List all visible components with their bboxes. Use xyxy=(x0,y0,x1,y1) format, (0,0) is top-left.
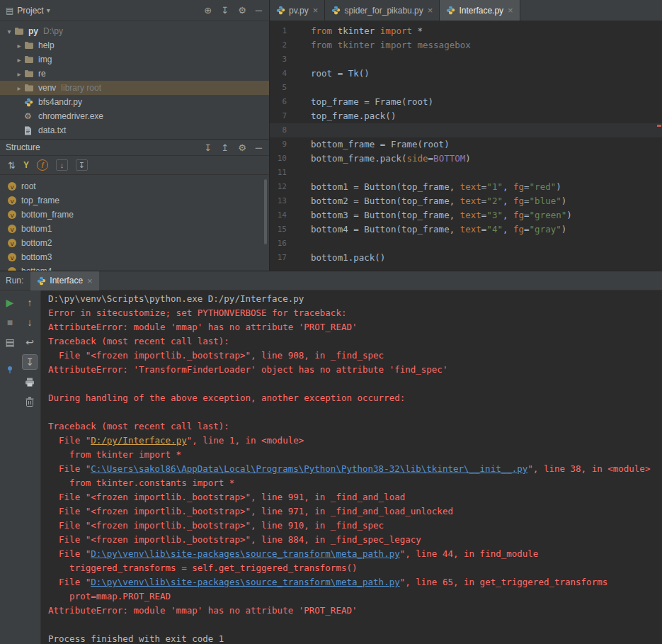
structure-item-label: bottom4 xyxy=(21,266,52,271)
console-text: ", line 1, in <module> xyxy=(187,435,304,446)
structure-item-root[interactable]: vroot xyxy=(0,179,269,193)
expand-all-icon[interactable]: ↥ xyxy=(221,142,229,153)
tree-item-bfs4andr.py[interactable]: bfs4andr.py xyxy=(0,95,269,109)
collapse-all-icon[interactable]: ↧ xyxy=(221,5,229,16)
run-tab-interface[interactable]: Interface × xyxy=(30,271,98,290)
python-file-icon xyxy=(276,6,285,15)
clear-all-button[interactable] xyxy=(22,394,38,409)
folder-icon xyxy=(14,27,24,35)
run-panel-header: Run: Interface × xyxy=(0,271,662,290)
editor-tab-pv.py[interactable]: pv.py× xyxy=(270,0,325,21)
editor-tab-Interface.py[interactable]: Interface.py× xyxy=(440,0,520,21)
console-line: File "D:\py\venv\lib\site-packages\sourc… xyxy=(48,575,662,589)
gear-icon[interactable]: ⚙ xyxy=(238,142,246,153)
code-segment: = xyxy=(524,181,530,192)
console-text: D:\py\venv\Scripts\python.exe D:/py/Inte… xyxy=(48,293,304,304)
console-line: from tkinter.constants import * xyxy=(48,476,662,490)
run-panel-body: ▶ ■ ▤ ↑ ↓ ↩ ↧ xyxy=(0,290,662,644)
structure-item-bottom4[interactable]: vbottom4 xyxy=(0,264,269,271)
tree-item-img[interactable]: ▸img xyxy=(0,52,269,67)
console-output[interactable]: D:\py\venv\Scripts\python.exe D:/py/Inte… xyxy=(41,290,662,644)
show-fields-toggle[interactable]: f xyxy=(37,159,48,171)
tree-item-icon xyxy=(24,69,37,78)
tree-item-chromedriver.exe[interactable]: ⚙chromedriver.exe xyxy=(0,109,269,123)
tree-item-py[interactable]: ▾pyD:\py xyxy=(0,24,269,38)
chevron-icon[interactable]: ▾ xyxy=(4,28,14,35)
chevron-icon[interactable]: ▸ xyxy=(14,84,24,92)
variable-icon: v xyxy=(7,210,17,220)
console-text: from tkinter.constants import * xyxy=(48,478,234,488)
close-tab-icon[interactable]: × xyxy=(428,5,433,16)
tree-item-label: help xyxy=(38,40,55,50)
tree-item-help[interactable]: ▸help xyxy=(0,38,269,52)
structure-item-top_frame[interactable]: vtop_frame xyxy=(0,193,269,208)
chevron-icon[interactable]: ▸ xyxy=(14,70,24,78)
chevron-icon[interactable]: ▸ xyxy=(14,56,24,64)
console-line: Process finished with exit code 1 xyxy=(48,632,662,644)
code-segment: "red" xyxy=(530,181,557,192)
console-line: During handling of the above exception, … xyxy=(48,391,662,405)
project-panel-header: ▤ Project ▾ ⊕ ↧ ⚙ ─ xyxy=(0,0,269,21)
gear-icon[interactable]: ⚙ xyxy=(238,5,246,16)
restore-layout-button[interactable]: ▤ xyxy=(2,334,18,350)
structure-item-bottom1[interactable]: vbottom1 xyxy=(0,222,269,236)
print-button[interactable] xyxy=(22,374,38,390)
variable-icon-wrap: v xyxy=(7,238,21,248)
console-text: File "<frozen importlib._bootstrap>", li… xyxy=(48,506,453,516)
tree-item-icon: ⚙ xyxy=(24,111,37,121)
rerun-button[interactable]: ▶ xyxy=(2,295,18,310)
code-segment: , xyxy=(503,181,513,192)
close-tab-icon[interactable]: × xyxy=(508,5,513,16)
editor-area: pv.py×spider_for_pikabu.py×Interface.py×… xyxy=(270,0,662,271)
show-inherited-icon[interactable]: ↧ xyxy=(76,159,88,171)
collapse-all-icon[interactable]: ↧ xyxy=(204,142,212,153)
console-line xyxy=(48,405,662,419)
console-file-link[interactable]: C:\Users\sakol86\AppData\Local\Programs\… xyxy=(91,463,527,474)
chevron-icon[interactable]: ▸ xyxy=(14,42,24,50)
code-segment: bottom4 = Button(top_frame, xyxy=(311,224,460,235)
locate-file-icon[interactable]: ⊕ xyxy=(204,5,212,16)
soft-wrap-button[interactable]: ↩ xyxy=(22,334,38,350)
structure-item-bottom3[interactable]: vbottom3 xyxy=(0,250,269,264)
close-tab-icon[interactable]: × xyxy=(87,276,93,286)
tree-item-venv[interactable]: ▸venvlibrary root xyxy=(0,81,269,95)
sort-alphabetically-icon[interactable]: ⇅ xyxy=(8,160,16,171)
exe-file-icon: ⚙ xyxy=(24,111,32,121)
variable-icon-wrap: v xyxy=(7,266,21,271)
project-view-selector[interactable]: Project xyxy=(17,6,43,16)
structure-item-bottom_frame[interactable]: vbottom_frame xyxy=(0,208,269,222)
tree-item-data.txt[interactable]: data.txt xyxy=(0,123,269,137)
sort-by-visibility-icon[interactable]: Y xyxy=(23,160,29,170)
line-number: 10 xyxy=(270,152,287,166)
code-editor[interactable]: 1from tkinter import *2from tkinter impo… xyxy=(270,21,662,271)
hide-panel-icon[interactable]: ─ xyxy=(256,142,262,153)
code-text: root = Tk() xyxy=(311,67,370,81)
pin-icon xyxy=(6,366,14,374)
close-tab-icon[interactable]: × xyxy=(313,5,319,16)
hide-panel-icon[interactable]: ─ xyxy=(256,5,262,16)
code-segment: root = Tk() xyxy=(311,68,370,79)
error-stripe-mark[interactable] xyxy=(657,125,661,127)
console-file-link[interactable]: D:\py\venv\lib\site-packages\source_tran… xyxy=(91,548,400,559)
structure-item-bottom2[interactable]: vbottom2 xyxy=(0,236,269,250)
console-file-link[interactable]: D:\py\venv\lib\site-packages\source_tran… xyxy=(91,577,400,587)
down-the-stack-trace-button[interactable]: ↓ xyxy=(22,315,38,330)
scrollbar-thumb[interactable] xyxy=(264,179,267,244)
tree-item-suffix: library root xyxy=(61,83,101,93)
scroll-to-end-button[interactable]: ↧ xyxy=(22,354,38,370)
editor-tab-bar: pv.py×spider_for_pikabu.py×Interface.py× xyxy=(270,0,662,21)
code-segment: = xyxy=(524,210,530,220)
code-segment: bottom3 = Button(top_frame, xyxy=(311,210,460,220)
console-file-link[interactable]: D:/py/Interface.py xyxy=(91,435,186,446)
stop-button[interactable]: ■ xyxy=(2,315,18,330)
console-line: AttributeError: module 'mmap' has no att… xyxy=(48,604,662,618)
structure-item-label: bottom3 xyxy=(21,252,52,262)
chevron-down-icon[interactable]: ▾ xyxy=(47,6,50,14)
up-the-stack-trace-button[interactable]: ↑ xyxy=(22,295,38,310)
line-number: 3 xyxy=(270,52,287,67)
editor-tab-spider_for_pikabu.py[interactable]: spider_for_pikabu.py× xyxy=(325,0,440,21)
group-methods-icon[interactable]: ↓ xyxy=(56,159,68,171)
pin-tab-button[interactable] xyxy=(2,362,18,378)
code-segment: = xyxy=(524,196,530,206)
tree-item-re[interactable]: ▸re xyxy=(0,67,269,81)
